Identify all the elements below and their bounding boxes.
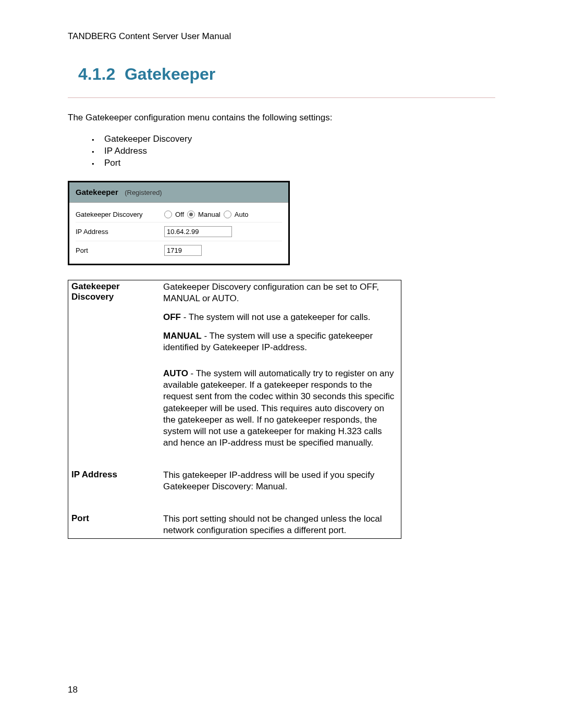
list-item: Port [104,157,495,169]
section-heading: 4.1.2 Gatekeeper [78,65,495,84]
radio-auto-label: Auto [235,211,249,218]
panel-title: Gatekeeper [76,188,118,196]
panel-status: (Registered) [125,189,162,196]
list-item: Gatekeeper Discovery [104,133,495,145]
panel-titlebar: Gatekeeper (Registered) [69,182,288,203]
term-gatekeeper-discovery: Gatekeeper Discovery [68,280,164,457]
port-label: Port [76,246,164,254]
doc-header: TANDBERG Content Server User Manual [68,31,495,42]
page-number: 18 [68,685,495,695]
term-ip-address: IP Address [68,457,164,501]
description-table: Gatekeeper Discovery Gatekeeper Discover… [68,280,401,539]
settings-list: Gatekeeper Discovery IP Address Port [68,133,495,169]
term-port: Port [68,501,164,539]
section-title-text: Gatekeeper [125,65,215,83]
radio-off-label: Off [175,211,184,218]
section-number: 4.1.2 [78,65,115,83]
list-item: IP Address [104,145,495,157]
radio-off[interactable] [164,211,172,218]
radio-manual[interactable] [187,211,195,218]
ip-address-label: IP Address [76,228,164,236]
desc-port: This port setting should not be changed … [163,513,397,536]
ip-address-input[interactable] [164,226,232,237]
discovery-label: Gatekeeper Discovery [76,211,164,218]
desc-p4: AUTO - The system will automatically try… [163,368,397,449]
gatekeeper-config-panel: Gatekeeper (Registered) Gatekeeper Disco… [68,181,290,265]
radio-auto[interactable] [224,211,231,218]
desc-p3: MANUAL - The system will use a specific … [163,330,397,353]
radio-manual-label: Manual [198,211,221,218]
desc-p1: Gatekeeper Discovery configuration can b… [163,281,397,304]
intro-text: The Gatekeeper configuration menu contai… [68,113,495,123]
divider [68,97,495,98]
desc-p2: OFF - The system will not use a gatekeep… [163,312,397,323]
desc-ip: This gatekeeper IP-address will be used … [163,470,397,492]
port-input[interactable] [164,245,202,256]
